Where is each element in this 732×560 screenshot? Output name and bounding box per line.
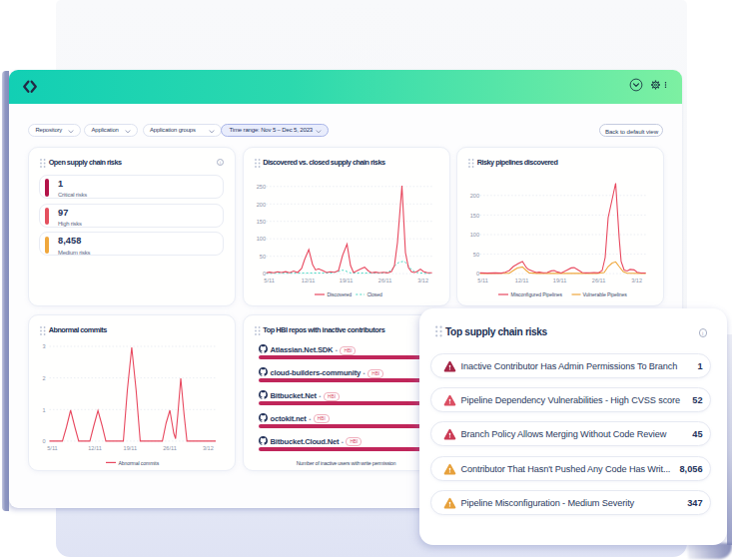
svg-text:200: 200 <box>256 202 265 208</box>
svg-text:12/11: 12/11 <box>515 278 529 283</box>
svg-text:26/11: 26/11 <box>377 278 391 283</box>
svg-text:12/11: 12/11 <box>301 278 315 283</box>
svg-text:250: 250 <box>256 184 265 190</box>
svg-text:1: 1 <box>42 407 45 413</box>
svg-text:19/11: 19/11 <box>124 445 138 451</box>
svg-text:100: 100 <box>470 232 479 238</box>
svg-text:200: 200 <box>470 193 479 199</box>
svg-text:50: 50 <box>473 252 479 258</box>
svg-text:Misconfigured Pipelines: Misconfigured Pipelines <box>511 291 563 297</box>
svg-text:26/11: 26/11 <box>163 445 177 451</box>
svg-text:5/11: 5/11 <box>477 278 487 283</box>
svg-text:3/12: 3/12 <box>203 445 214 451</box>
svg-text:26/11: 26/11 <box>592 278 606 283</box>
svg-text:3/12: 3/12 <box>417 278 428 283</box>
svg-text:2: 2 <box>42 375 45 381</box>
svg-text:19/11: 19/11 <box>553 278 567 283</box>
svg-text:0: 0 <box>476 271 479 277</box>
svg-text:5/11: 5/11 <box>47 445 57 451</box>
svg-text:Closed: Closed <box>366 291 382 297</box>
svg-text:0: 0 <box>262 271 265 277</box>
svg-text:150: 150 <box>256 219 265 225</box>
svg-text:Discovered: Discovered <box>327 291 352 297</box>
svg-text:3: 3 <box>42 343 45 349</box>
svg-text:150: 150 <box>470 213 479 219</box>
svg-text:Abnormal commits: Abnormal commits <box>119 460 160 466</box>
svg-text:50: 50 <box>259 254 265 260</box>
svg-text:0: 0 <box>42 438 45 444</box>
svg-text:100: 100 <box>256 236 265 242</box>
svg-text:3/12: 3/12 <box>631 278 642 283</box>
svg-text:19/11: 19/11 <box>339 278 353 283</box>
svg-text:5/11: 5/11 <box>264 278 274 283</box>
svg-text:12/11: 12/11 <box>88 445 102 451</box>
svg-text:Vulnerable Pipelines: Vulnerable Pipelines <box>583 291 628 297</box>
